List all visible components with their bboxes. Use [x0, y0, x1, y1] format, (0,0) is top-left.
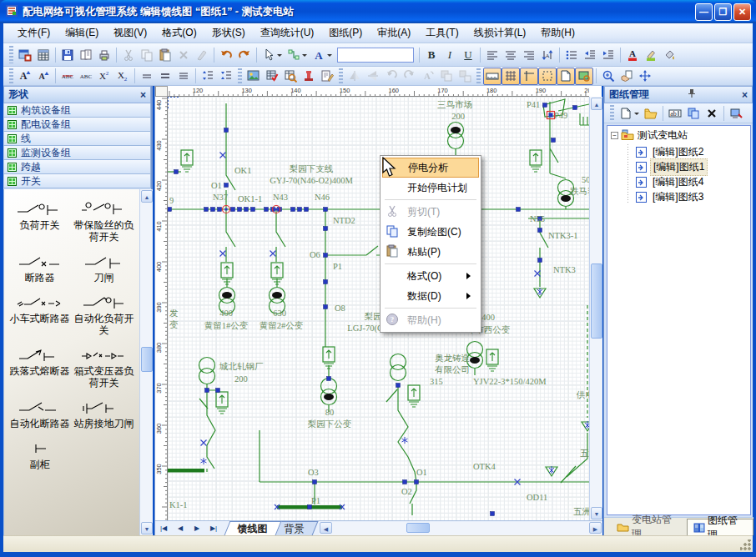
flip-vertical-button[interactable]: [364, 68, 382, 85]
connection-node[interactable]: [324, 253, 328, 258]
connection-node[interactable]: [224, 183, 229, 188]
delete-sheet-button[interactable]: [703, 104, 721, 122]
shape-group-0[interactable]: 构筑设备组: [3, 103, 151, 118]
toggle-ruler-button[interactable]: [483, 68, 501, 85]
toolbar-handle[interactable]: [238, 68, 242, 83]
shape-item-6[interactable]: 跌落式熔断器: [8, 347, 72, 389]
tree-root-row[interactable]: − 测试变电站: [607, 126, 750, 144]
context-menu-item-3[interactable]: 剪切(T): [382, 202, 479, 222]
title-bar[interactable]: 配电网络可视化管理系统 编辑馈线图 “图纸1” - 测试变电站 — ❒ ✕: [0, 0, 756, 23]
scroll-right-icon[interactable]: ▶: [589, 522, 602, 534]
context-menu-item-10[interactable]: ?帮助(H): [382, 310, 479, 330]
stencil-scrollbar[interactable]: ▲ ▼: [139, 189, 153, 535]
connection-node[interactable]: [327, 377, 331, 381]
connection-node[interactable]: [491, 512, 495, 516]
context-menu-item-1[interactable]: 开始停电计划: [382, 178, 479, 198]
arrester-symbol[interactable]: [582, 421, 589, 431]
menu-item-7[interactable]: 审批(A): [370, 24, 418, 42]
pin-icon[interactable]: [688, 88, 696, 101]
line-spacing-15-button[interactable]: [156, 68, 174, 85]
last-page-icon[interactable]: ▶|: [205, 522, 222, 534]
cut-button[interactable]: [119, 46, 138, 63]
context-menu-item-7[interactable]: 格式(O): [382, 266, 479, 286]
redo-button[interactable]: [235, 46, 254, 63]
maximize-button[interactable]: ❒: [714, 3, 732, 21]
connection-node[interactable]: [205, 389, 209, 393]
align-center-button[interactable]: [501, 46, 520, 63]
page-tab-0[interactable]: 馈线图: [224, 521, 282, 535]
cabinet-bar-symbol[interactable]: [168, 469, 204, 473]
new-drawing-button[interactable]: [16, 46, 34, 63]
rotate-left-button[interactable]: [382, 68, 401, 85]
shape-item-0[interactable]: 负荷开关: [8, 201, 72, 243]
menu-item-3[interactable]: 格式(O): [154, 24, 204, 42]
sheets-panel-close-icon[interactable]: ×: [742, 89, 748, 101]
zoom-button[interactable]: [599, 68, 617, 85]
shape-item-3[interactable]: 刀闸: [72, 253, 136, 284]
connection-node[interactable]: [216, 389, 220, 393]
edit-doc-button[interactable]: [318, 68, 336, 85]
first-page-icon[interactable]: |◀: [155, 522, 172, 534]
strikethrough-button[interactable]: ABC: [58, 68, 77, 85]
menu-item-2[interactable]: 视图(V): [106, 24, 154, 42]
scrollbar-thumb[interactable]: [591, 263, 602, 339]
fill-color-button[interactable]: [660, 46, 678, 63]
print-button[interactable]: [95, 46, 113, 63]
open-folder-button[interactable]: [642, 104, 660, 122]
station-button[interactable]: [727, 104, 745, 122]
connection-node[interactable]: [543, 103, 547, 108]
bullets-button[interactable]: [562, 46, 581, 63]
tree-item-2[interactable]: [编辑]图纸4: [607, 174, 750, 189]
delete-button[interactable]: [174, 46, 193, 63]
copy-button[interactable]: [138, 46, 156, 63]
toggle-guides-button[interactable]: [520, 68, 538, 85]
toolbar-handle[interactable]: [476, 68, 481, 83]
connection-node[interactable]: [244, 208, 249, 212]
scroll-left-icon[interactable]: ◀: [320, 522, 332, 534]
connection-node[interactable]: [238, 208, 242, 212]
shape-item-10[interactable]: 副柜: [8, 440, 72, 470]
shape-item-4[interactable]: 小车式断路器: [8, 294, 72, 336]
bold-button[interactable]: B: [422, 46, 441, 63]
shape-item-2[interactable]: 断路器: [8, 253, 72, 284]
device-box-symbol[interactable]: [486, 349, 498, 371]
connection-node[interactable]: [538, 228, 542, 233]
menu-item-4[interactable]: 形状(S): [204, 24, 253, 42]
scroll-up-icon[interactable]: ▲: [141, 190, 153, 203]
connection-node[interactable]: [396, 384, 401, 388]
diagram-canvas[interactable]: 三鸟市场200P41P49梨园下支线GYJ-70(N46-O2)400MOK1O…: [168, 97, 589, 520]
font-increase-button[interactable]: A: [16, 68, 34, 85]
connection-node[interactable]: [538, 258, 542, 263]
device-box-symbol[interactable]: [408, 385, 420, 407]
transformer-symbol[interactable]: [448, 123, 464, 149]
underline-button[interactable]: U: [459, 46, 477, 63]
shape-item-7[interactable]: 箱式变压器负荷开关: [72, 347, 136, 389]
print-preview-button[interactable]: [77, 46, 95, 63]
connection-node[interactable]: [224, 128, 229, 133]
para-spacing-decrease-button[interactable]: [217, 68, 235, 85]
scroll-down-icon[interactable]: ▼: [141, 522, 153, 534]
shape-item-5[interactable]: 自动化负荷开关: [72, 294, 136, 336]
check-table-button[interactable]: [263, 68, 281, 85]
connection-node[interactable]: [291, 208, 295, 212]
save-button[interactable]: [58, 46, 77, 63]
connection-node[interactable]: [324, 208, 328, 212]
toggle-marquee-button[interactable]: [538, 68, 557, 85]
tree-item-3[interactable]: [编辑]图纸3: [607, 189, 750, 204]
flip-horizontal-button[interactable]: [345, 68, 364, 85]
scrollbar-thumb[interactable]: [406, 523, 430, 533]
rotate-right-button[interactable]: [401, 68, 419, 85]
menu-item-9[interactable]: 线损计算(L): [466, 24, 534, 42]
arrester-symbol[interactable]: [546, 466, 557, 476]
paste-button[interactable]: [156, 46, 174, 63]
menu-item-8[interactable]: 工具(T): [418, 24, 466, 42]
rename-button[interactable]: ab: [666, 104, 684, 122]
canvas-vertical-scrollbar[interactable]: ▲ ▼: [589, 97, 602, 520]
indent-increase-button[interactable]: [599, 46, 617, 63]
undo-button[interactable]: [217, 46, 235, 63]
shape-item-8[interactable]: 自动化断路器: [8, 399, 72, 429]
shape-group-1[interactable]: 配电设备组: [3, 118, 151, 132]
menu-item-5[interactable]: 查询统计(U): [253, 24, 322, 42]
menu-item-0[interactable]: 文件(F): [10, 24, 58, 42]
shape-group-4[interactable]: 跨越: [3, 160, 151, 174]
